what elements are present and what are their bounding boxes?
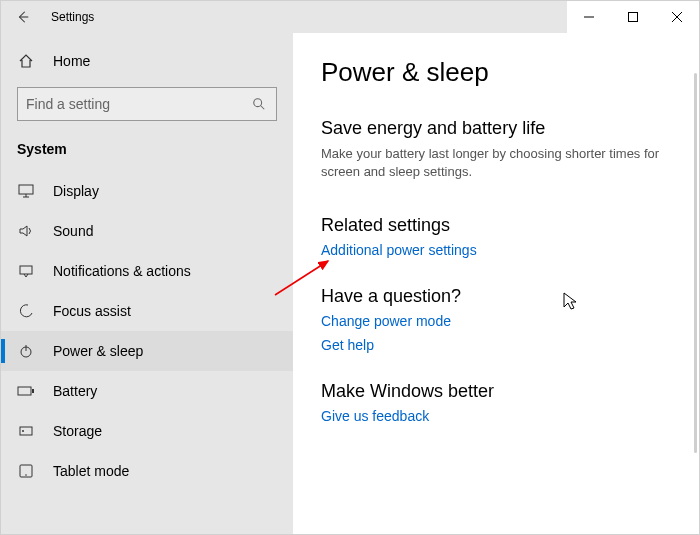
- sidebar-item-notifications[interactable]: Notifications & actions: [1, 251, 293, 291]
- window-title: Settings: [51, 10, 94, 24]
- energy-heading: Save energy and battery life: [321, 118, 671, 139]
- maximize-button[interactable]: [611, 1, 655, 33]
- svg-point-5: [254, 99, 262, 107]
- titlebar: Settings: [1, 1, 699, 33]
- main-panel: Power & sleep Save energy and battery li…: [293, 33, 699, 534]
- energy-body: Make your battery last longer by choosin…: [321, 145, 661, 181]
- nav-label: Storage: [53, 423, 102, 439]
- sidebar-item-focus[interactable]: Focus assist: [1, 291, 293, 331]
- svg-rect-15: [20, 427, 32, 435]
- nav-label: Notifications & actions: [53, 263, 191, 279]
- nav-label: Display: [53, 183, 99, 199]
- nav-label: Battery: [53, 383, 97, 399]
- display-icon: [17, 182, 35, 200]
- related-heading: Related settings: [321, 215, 671, 236]
- sidebar-home[interactable]: Home: [1, 41, 293, 81]
- related-section: Related settings Additional power settin…: [321, 215, 671, 258]
- page-title: Power & sleep: [321, 57, 671, 88]
- nav-label: Focus assist: [53, 303, 131, 319]
- storage-icon: [17, 422, 35, 440]
- sidebar-item-display[interactable]: Display: [1, 171, 293, 211]
- notifications-icon: [17, 262, 35, 280]
- energy-section: Save energy and battery life Make your b…: [321, 118, 671, 181]
- svg-rect-13: [18, 387, 31, 395]
- home-icon: [17, 52, 35, 70]
- svg-line-6: [261, 106, 265, 110]
- maximize-icon: [628, 12, 638, 22]
- search-input[interactable]: [26, 96, 250, 112]
- sound-icon: [17, 222, 35, 240]
- svg-rect-10: [20, 266, 32, 274]
- sidebar: Home System Display Sound Notifications …: [1, 33, 293, 534]
- tablet-icon: [17, 462, 35, 480]
- additional-power-settings-link[interactable]: Additional power settings: [321, 242, 671, 258]
- scrollbar[interactable]: [694, 73, 697, 453]
- get-help-link[interactable]: Get help: [321, 337, 671, 353]
- sidebar-category: System: [1, 131, 293, 171]
- window-controls: [567, 1, 699, 33]
- sidebar-item-sound[interactable]: Sound: [1, 211, 293, 251]
- arrow-left-icon: [16, 10, 30, 24]
- back-button[interactable]: [1, 1, 45, 33]
- feedback-heading: Make Windows better: [321, 381, 671, 402]
- feedback-section: Make Windows better Give us feedback: [321, 381, 671, 424]
- minimize-icon: [584, 12, 594, 22]
- sidebar-item-battery[interactable]: Battery: [1, 371, 293, 411]
- change-power-mode-link[interactable]: Change power mode: [321, 313, 671, 329]
- close-button[interactable]: [655, 1, 699, 33]
- svg-rect-14: [32, 389, 34, 393]
- power-icon: [17, 342, 35, 360]
- battery-icon: [17, 382, 35, 400]
- nav-label: Sound: [53, 223, 93, 239]
- close-icon: [672, 12, 682, 22]
- question-heading: Have a question?: [321, 286, 671, 307]
- sidebar-item-power[interactable]: Power & sleep: [1, 331, 293, 371]
- search-box[interactable]: [17, 87, 277, 121]
- focus-icon: [17, 302, 35, 320]
- svg-point-18: [25, 474, 27, 476]
- minimize-button[interactable]: [567, 1, 611, 33]
- search-icon: [250, 95, 268, 113]
- sidebar-item-storage[interactable]: Storage: [1, 411, 293, 451]
- svg-rect-7: [19, 185, 33, 194]
- sidebar-home-label: Home: [53, 53, 90, 69]
- svg-point-16: [22, 430, 24, 432]
- nav-label: Tablet mode: [53, 463, 129, 479]
- sidebar-item-tablet[interactable]: Tablet mode: [1, 451, 293, 491]
- feedback-link[interactable]: Give us feedback: [321, 408, 671, 424]
- nav-label: Power & sleep: [53, 343, 143, 359]
- question-section: Have a question? Change power mode Get h…: [321, 286, 671, 353]
- svg-rect-2: [629, 13, 638, 22]
